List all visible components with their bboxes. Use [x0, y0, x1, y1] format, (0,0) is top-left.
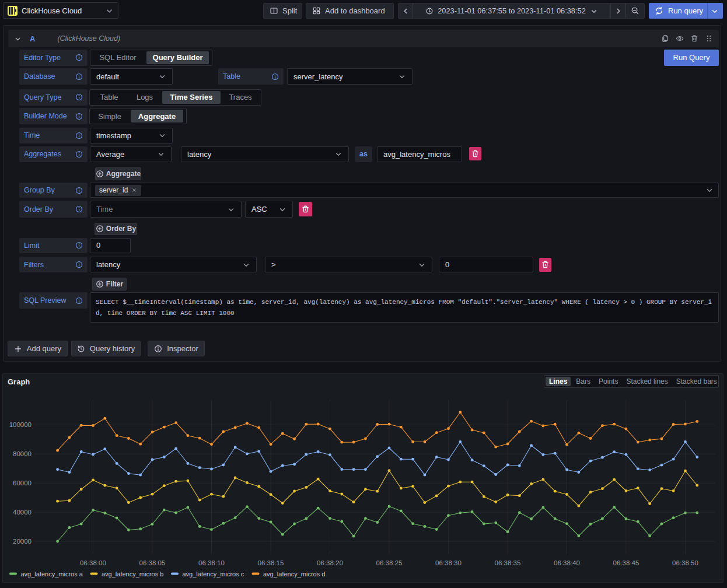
svg-text:06:38:20: 06:38:20 [317, 559, 343, 566]
svg-text:06:38:45: 06:38:45 [613, 559, 639, 566]
svg-text:06:38:00: 06:38:00 [80, 559, 106, 566]
svg-text:06:38:25: 06:38:25 [376, 559, 403, 566]
svg-text:06:38:05: 06:38:05 [139, 559, 166, 566]
svg-text:100000: 100000 [9, 421, 32, 428]
svg-text:80000: 80000 [13, 450, 32, 457]
svg-text:06:38:50: 06:38:50 [672, 559, 698, 566]
svg-text:40000: 40000 [13, 509, 32, 516]
svg-text:06:38:40: 06:38:40 [554, 559, 580, 566]
svg-text:avg_latency_micros c: avg_latency_micros c [183, 570, 244, 578]
svg-text:06:38:35: 06:38:35 [495, 559, 521, 566]
svg-text:avg_latency_micros a: avg_latency_micros a [21, 570, 83, 578]
svg-text:06:38:30: 06:38:30 [435, 559, 462, 566]
svg-text:avg_latency_micros b: avg_latency_micros b [102, 570, 163, 578]
svg-text:60000: 60000 [13, 480, 32, 487]
svg-text:06:38:15: 06:38:15 [258, 559, 284, 566]
svg-text:20000: 20000 [13, 538, 32, 545]
svg-text:avg_latency_micros d: avg_latency_micros d [263, 570, 325, 578]
svg-text:06:38:10: 06:38:10 [198, 559, 225, 566]
